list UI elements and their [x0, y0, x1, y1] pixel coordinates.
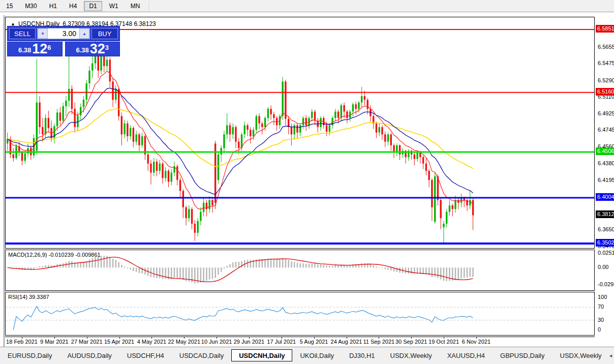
collapse-arrow-icon[interactable]: ▲: [11, 21, 15, 26]
date-label: 6 Nov 2021: [462, 339, 490, 345]
timeframe-toolbar: 15M30H1H4D1W1MN: [0, 0, 614, 12]
macd-panel[interactable]: MACD(12,26,9) -0.010239 -0.009861: [5, 250, 595, 291]
timeframe-button-w1[interactable]: W1: [104, 1, 124, 11]
tab-gbpusd-daily[interactable]: GBPUSD,Daily: [493, 349, 552, 361]
rsi-tick: 0: [598, 326, 601, 332]
sell-price-base: 6.38: [18, 45, 31, 55]
rsi-tick: 100: [598, 294, 607, 300]
symbol-name: USDCNH,Daily: [18, 20, 59, 27]
tab-usdchf-h4[interactable]: USDCHF,H4: [119, 349, 172, 361]
date-label: 22 May 2021: [168, 339, 200, 345]
sell-price-display[interactable]: 6.38 12 6: [7, 42, 63, 56]
sell-button[interactable]: SELL: [9, 28, 36, 39]
sell-price-pips: 12: [32, 43, 47, 55]
date-label: 24 Aug 2021: [331, 339, 362, 345]
rsi-panel[interactable]: RSI(14) 39.3387: [5, 292, 595, 336]
chart-title: ▲ USDCNH,Daily 6.37309 6.38194 6.37148 6…: [11, 20, 156, 27]
toolbar-separator: [149, 2, 149, 11]
tab-xauusd-h4[interactable]: XAUUSD,H4: [440, 349, 493, 361]
date-label: 29 Jun 2021: [234, 339, 265, 345]
macd-tick: 0.00: [598, 264, 608, 270]
volume-decrease-icon[interactable]: ▼: [38, 28, 48, 39]
one-click-trade-panel: SELL ▼ 3.00 ▲ BUY 6.38 12 6 6.38: [7, 26, 120, 56]
date-tick-mark: [347, 337, 347, 339]
price-tick: 6.56550: [598, 44, 614, 50]
chart-tab-bar: EURUSD,DailyAUDUSD,DailyUSDCHF,H4USDCAD,…: [0, 347, 614, 364]
date-tick-mark: [184, 337, 185, 339]
trading-app: 15M30H1H4D1W1MN ▲ USDCNH,Daily 6.37309 6…: [0, 0, 614, 364]
macd-label: MACD(12,26,9) -0.010239 -0.009861: [8, 252, 101, 258]
price-tick: 6.52900: [598, 77, 614, 83]
date-axis[interactable]: 18 Feb 20219 Mar 202127 Mar 202115 Apr 2…: [5, 337, 595, 347]
date-tick-mark: [22, 337, 22, 339]
buy-price-base: 6.38: [76, 45, 88, 55]
date-tick-mark: [379, 337, 379, 339]
date-tick-mark: [314, 337, 315, 339]
current-price-badge: 6.38123: [596, 210, 614, 218]
tab-scroll-left-icon[interactable]: ◂: [609, 352, 612, 359]
buy-price-display[interactable]: 6.38 32 3: [65, 42, 120, 56]
chart-window: ▲ USDCNH,Daily 6.37309 6.38194 6.37148 6…: [4, 15, 614, 347]
timeframe-button-h1[interactable]: H1: [44, 1, 62, 11]
rsi-tick: 30: [598, 317, 604, 323]
buy-button[interactable]: BUY: [91, 28, 118, 39]
macd-tick: -0.029868: [598, 281, 614, 287]
macd-tick: 0.025108: [598, 250, 614, 256]
sell-price-point: 6: [47, 40, 51, 55]
date-label: 27 Mar 2021: [71, 339, 103, 345]
price-tick: 6.47450: [598, 127, 614, 133]
price-scale[interactable]: 6.565506.547506.529006.511006.492506.474…: [596, 15, 614, 347]
date-tick-mark: [151, 337, 152, 339]
date-label: 4 May 2021: [137, 339, 166, 345]
volume-stepper: ▼ 3.00 ▲: [37, 28, 90, 39]
date-label: 9 Mar 2021: [40, 339, 69, 345]
volume-increase-icon[interactable]: ▲: [79, 28, 89, 39]
date-label: 17 Jul 2021: [267, 339, 296, 345]
rsi-label: RSI(14) 39.3387: [8, 294, 49, 300]
date-tick-mark: [54, 337, 55, 339]
timeframe-button-15[interactable]: 15: [1, 1, 18, 11]
date-tick-mark: [282, 337, 282, 339]
price-level-badge: 6.58514: [596, 25, 614, 33]
tab-eurusd-daily[interactable]: EURUSD,Daily: [0, 349, 59, 361]
date-label: 10 Jun 2021: [201, 339, 232, 345]
tab-usdx-weekly[interactable]: USDX,Weekly: [552, 349, 609, 361]
date-tick-mark: [87, 337, 87, 339]
price-tick: 6.36500: [598, 226, 614, 232]
rsi-tick: 70: [598, 304, 604, 310]
price-tick: 6.43800: [598, 160, 614, 166]
price-level-badge: 6.35025: [596, 239, 614, 247]
tab-usdx-weekly[interactable]: USDX,Weekly: [383, 349, 440, 361]
tab-audusd-daily[interactable]: AUDUSD,Daily: [59, 349, 119, 361]
price-tick: 6.41950: [598, 177, 614, 183]
timeframe-button-m30[interactable]: M30: [20, 1, 42, 11]
tab-dj30-h1[interactable]: DJ30,H1: [342, 349, 383, 361]
price-level-badge: 6.51605: [596, 88, 614, 96]
tab-usdcnh-daily[interactable]: USDCNH,Daily: [231, 349, 292, 361]
main-chart-panel[interactable]: ▲ USDCNH,Daily 6.37309 6.38194 6.37148 6…: [5, 17, 595, 249]
tab-scroll-controls: ◂▸: [609, 349, 614, 359]
date-tick-mark: [249, 337, 250, 339]
date-label: 30 Sep 2021: [395, 339, 427, 345]
price-tick: 6.49250: [598, 110, 614, 116]
buy-price-pips: 32: [90, 43, 105, 55]
price-level-badge: 6.45060: [596, 147, 614, 155]
date-tick-mark: [119, 337, 120, 339]
tab-usdcad-daily[interactable]: USDCAD,Daily: [172, 349, 231, 361]
date-label: 11 Sep 2021: [363, 339, 395, 345]
date-label: 18 Feb 2021: [6, 339, 38, 345]
buy-price-point: 3: [105, 40, 109, 55]
rsi-chart: [6, 292, 594, 335]
timeframe-button-d1[interactable]: D1: [84, 1, 102, 11]
timeframe-button-mn[interactable]: MN: [126, 1, 145, 11]
date-label: 15 Apr 2021: [104, 339, 134, 345]
date-label: 5 Aug 2021: [300, 339, 328, 345]
price-tick: 6.54750: [598, 60, 614, 66]
date-label: 19 Oct 2021: [428, 339, 459, 345]
tab-ukoil-daily[interactable]: UKOil,Daily: [292, 349, 341, 361]
date-tick-mark: [217, 337, 217, 339]
date-tick-mark: [411, 337, 412, 339]
volume-input[interactable]: 3.00: [48, 28, 79, 39]
date-tick-mark: [444, 337, 444, 339]
timeframe-button-h4[interactable]: H4: [64, 1, 82, 11]
